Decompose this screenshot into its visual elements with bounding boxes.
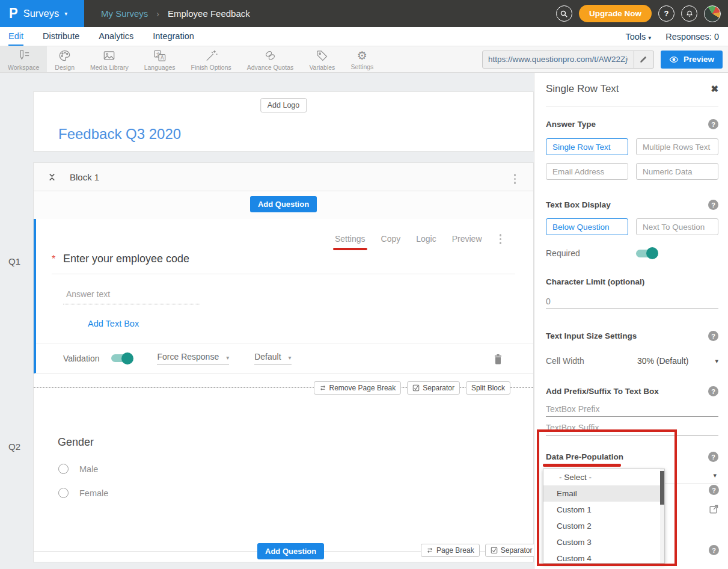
toolbar-item-design[interactable]: Design <box>47 46 82 72</box>
question-text-q2[interactable]: Gender <box>58 436 94 449</box>
block-menu-button[interactable] <box>512 172 518 186</box>
tab-analytics[interactable]: Analytics <box>99 27 133 46</box>
top-bar: P Surveys ▾ My Surveys › Employee Feedba… <box>0 0 728 27</box>
textbox-prefix-input[interactable] <box>546 402 718 417</box>
answer-type-options: Single Row Text Multiple Rows Text Email… <box>546 138 718 180</box>
block-header: Block 1 <box>34 163 533 191</box>
help-icon[interactable]: ? <box>708 386 718 396</box>
dropdown-scrollbar-thumb[interactable] <box>660 471 664 505</box>
toolbar-item-languages[interactable]: 文A Languages <box>136 46 183 72</box>
responses-count[interactable]: Responses: 0 <box>665 32 719 42</box>
breadcrumb-current: Employee Feedback <box>168 8 250 19</box>
red-annotation-underline-settings <box>333 248 367 250</box>
nav-right: Tools ▾ Responses: 0 <box>625 32 728 42</box>
option-numeric-data[interactable]: Numeric Data <box>636 163 718 180</box>
dropdown-scrollbar[interactable] <box>660 469 664 563</box>
help-icon[interactable]: ? <box>708 331 718 341</box>
option-single-row-text[interactable]: Single Row Text <box>546 138 628 155</box>
option-multiple-rows-text[interactable]: Multiple Rows Text <box>636 138 718 155</box>
add-text-box-link[interactable]: Add Text Box <box>88 319 139 328</box>
separator-button-bottom[interactable]: Separator <box>485 544 538 557</box>
tab-distribute[interactable]: Distribute <box>43 27 79 46</box>
toolbar-item-settings[interactable]: ⚙ Settings <box>343 46 381 72</box>
toolbar-item-advance-quotas[interactable]: Advance Quotas <box>239 46 302 72</box>
add-logo-button[interactable]: Add Logo <box>260 98 307 112</box>
collapse-block-button[interactable] <box>47 172 57 182</box>
toolbar-item-workspace[interactable]: Workspace <box>0 46 47 72</box>
question-card-q1[interactable]: Settings Copy Logic Preview * Enter your… <box>34 219 533 374</box>
option-next-to-question[interactable]: Next To Question <box>636 218 718 235</box>
separator-button[interactable]: Separator <box>407 381 460 395</box>
help-icon[interactable]: ? <box>709 545 719 555</box>
question-footer: Validation Force Response▾ Default▾ <box>36 343 533 373</box>
external-link-icon[interactable] <box>709 504 719 514</box>
toolbar-item-finish-options[interactable]: Finish Options <box>183 46 239 72</box>
dropdown-option-email[interactable]: Email <box>543 485 664 502</box>
answer-text-field[interactable]: Answer text <box>63 289 200 304</box>
delete-question-button[interactable] <box>494 354 503 364</box>
block-title[interactable]: Block 1 <box>70 172 99 182</box>
character-limit-input[interactable] <box>546 294 718 309</box>
split-block-button[interactable]: Split Block <box>466 381 510 395</box>
red-annotation-underline-data-prepopulation <box>543 464 621 467</box>
tab-question-settings[interactable]: Settings <box>335 234 366 244</box>
search-button[interactable] <box>556 5 572 22</box>
help-icon[interactable]: ? <box>709 485 719 495</box>
survey-url-input[interactable] <box>483 55 634 64</box>
toolbar-item-variables[interactable]: Variables <box>301 46 343 72</box>
chevron-down-icon: ▾ <box>648 34 651 41</box>
dropdown-option-custom-1[interactable]: Custom 1 <box>543 502 664 518</box>
questionpro-logo-icon: P <box>9 5 18 22</box>
validation-default-dropdown[interactable]: Default▾ <box>254 352 291 364</box>
edit-url-button[interactable] <box>634 51 653 68</box>
help-icon[interactable]: ? <box>708 119 718 129</box>
radio-icon[interactable] <box>58 464 69 474</box>
add-question-button-bottom[interactable]: Add Question <box>257 543 324 559</box>
question-menu-button[interactable] <box>498 232 504 246</box>
chevron-down-icon[interactable]: ▾ <box>715 358 718 364</box>
survey-header-card: Add Logo Feedback Q3 2020 <box>33 91 534 152</box>
dropdown-option-custom-4[interactable]: Custom 4 <box>543 550 664 564</box>
product-switcher[interactable]: P Surveys ▾ <box>0 0 84 27</box>
help-button[interactable]: ? <box>658 5 674 22</box>
radio-option-male[interactable]: Male <box>58 464 98 474</box>
tab-question-preview[interactable]: Preview <box>452 234 482 244</box>
page-break-button[interactable]: Page Break <box>421 544 480 557</box>
add-question-button-top[interactable]: Add Question <box>250 196 317 212</box>
text-box-display-section: Text Box Display ? <box>546 200 718 210</box>
radio-icon[interactable] <box>58 488 69 498</box>
tab-edit[interactable]: Edit <box>8 27 23 46</box>
tab-question-logic[interactable]: Logic <box>416 234 436 244</box>
block-card: Block 1 Add Question Settings Copy Logic… <box>33 162 534 562</box>
notifications-button[interactable] <box>681 5 697 22</box>
required-toggle[interactable] <box>636 250 656 257</box>
tab-question-copy[interactable]: Copy <box>381 234 401 244</box>
toolbar-item-media-library[interactable]: Media Library <box>82 46 136 72</box>
textbox-suffix-input[interactable] <box>546 420 718 435</box>
character-limit-section: Character Limit (optional) <box>546 277 718 286</box>
force-response-dropdown[interactable]: Force Response▾ <box>157 352 229 364</box>
search-icon <box>560 10 568 18</box>
help-icon[interactable]: ? <box>708 452 718 462</box>
question-toolbar: Settings Copy Logic Preview <box>335 232 503 246</box>
validation-toggle[interactable] <box>111 354 132 362</box>
option-email-address[interactable]: Email Address <box>546 163 628 180</box>
dropdown-option-custom-2[interactable]: Custom 2 <box>543 518 664 534</box>
question-text-q1[interactable]: Enter your employee code <box>63 253 189 265</box>
tab-integration[interactable]: Integration <box>153 27 194 46</box>
breadcrumb-my-surveys[interactable]: My Surveys <box>101 8 148 19</box>
help-icon[interactable]: ? <box>708 200 718 210</box>
close-panel-button[interactable]: ✖ <box>711 84 718 94</box>
tools-dropdown[interactable]: Tools ▾ <box>625 32 651 42</box>
radio-option-female[interactable]: Female <box>58 488 108 498</box>
remove-page-break-button[interactable]: Remove Page Break <box>314 381 402 395</box>
question-number-q2: Q2 <box>8 441 20 452</box>
user-avatar[interactable] <box>704 5 721 22</box>
upgrade-now-button[interactable]: Upgrade Now <box>579 5 652 22</box>
option-below-question[interactable]: Below Question <box>546 218 628 235</box>
preview-button[interactable]: Preview <box>661 51 723 69</box>
dropdown-option-custom-3[interactable]: Custom 3 <box>543 534 664 550</box>
dropdown-option-select[interactable]: - Select - <box>543 469 664 485</box>
question-mark-icon: ? <box>664 9 669 18</box>
survey-title[interactable]: Feedback Q3 2020 <box>58 126 181 143</box>
